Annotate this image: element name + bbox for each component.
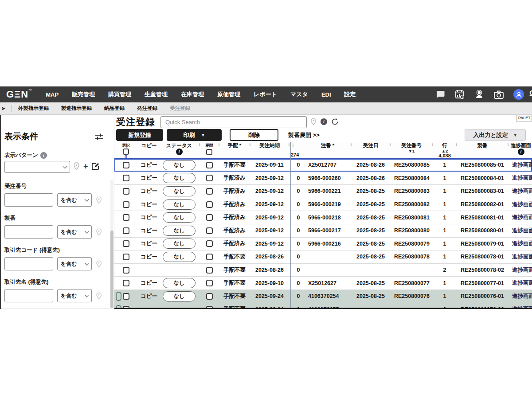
pin-icon[interactable] — [310, 118, 317, 125]
top-menu-item[interactable]: MAP — [46, 91, 59, 98]
table-row[interactable]: コピー なし 手配済み 2025-09-12 0 5966-000216 — [114, 238, 532, 251]
table-row[interactable]: コピー なし 手配不要 2025-09-10 0 X25012627 — [114, 277, 532, 290]
new-record-button[interactable]: 新規登録 — [116, 129, 163, 141]
progress-screen-link[interactable]: 進捗画面 — [512, 227, 532, 235]
subnav-item[interactable]: 発注登録 — [137, 105, 157, 112]
sidebar-scrollbar[interactable] — [110, 180, 113, 308]
pin-icon[interactable] — [96, 196, 102, 204]
top-menu-item[interactable]: 原価管理 — [217, 90, 240, 98]
expand-checkbox[interactable] — [206, 240, 213, 247]
calendar-icon[interactable] — [455, 90, 465, 99]
top-menu-item[interactable]: 在庫管理 — [181, 90, 204, 98]
subnav-item[interactable]: 製造指示登録 — [61, 105, 92, 112]
progress-screen-link[interactable]: 進捗画面 — [512, 253, 532, 261]
palette-tab[interactable]: PALET — [516, 115, 532, 121]
info-icon[interactable]: i — [321, 118, 327, 125]
status-pill[interactable]: なし — [163, 226, 196, 236]
column-grip-icon[interactable]: ⋮ — [291, 143, 295, 148]
status-pill[interactable]: なし — [163, 160, 196, 170]
match-select[interactable]: を含む — [57, 193, 92, 207]
expand-checkbox[interactable] — [206, 267, 213, 274]
pin-icon[interactable] — [73, 162, 80, 170]
table-row[interactable]: コピー なし 手配不要 2025-08-26 0 — [114, 250, 532, 264]
info-icon[interactable]: i — [518, 149, 524, 155]
copy-link[interactable]: コピー — [141, 201, 157, 208]
row-group-grip[interactable] — [116, 292, 121, 301]
row-checkbox[interactable] — [123, 201, 129, 208]
row-checkbox[interactable] — [123, 240, 129, 247]
row-checkbox[interactable] — [123, 267, 129, 274]
filter-input[interactable] — [4, 225, 53, 239]
seiban-expand-link[interactable]: 製番展開 >> — [288, 131, 320, 139]
pin-icon[interactable] — [96, 228, 102, 236]
row-checkbox[interactable] — [123, 280, 129, 286]
copy-link[interactable]: コピー — [141, 279, 157, 287]
expand-checkbox[interactable] — [206, 188, 213, 195]
select-all-checkbox[interactable] — [123, 149, 129, 155]
tune-filter-icon[interactable] — [95, 133, 103, 141]
chat-icon[interactable] — [435, 90, 445, 99]
subnav-item[interactable]: 外製指示登録 — [18, 105, 49, 112]
delete-button[interactable]: 削除 — [230, 129, 278, 141]
table-row[interactable]: 手配不要 2025-08-26 0 2 — [114, 264, 532, 277]
row-checkbox[interactable] — [123, 214, 129, 221]
progress-screen-link[interactable]: 進捗画面 — [512, 188, 532, 195]
copy-link[interactable]: コピー — [141, 293, 157, 300]
filter-input[interactable] — [4, 257, 53, 270]
info-icon[interactable]: i — [40, 152, 47, 159]
progress-screen-link[interactable]: 進捗画面 — [512, 214, 532, 221]
progress-screen-link[interactable]: 進捗画面 — [512, 174, 532, 182]
status-pill[interactable]: なし — [163, 239, 196, 249]
top-menu-item[interactable]: マスタ — [290, 90, 308, 98]
top-menu-item[interactable]: 設定 — [344, 90, 356, 98]
status-pill[interactable]: なし — [163, 173, 196, 183]
account-avatar-icon[interactable] — [513, 89, 524, 100]
status-pill[interactable]: なし — [163, 186, 196, 196]
match-select[interactable]: を含む — [57, 225, 92, 239]
table-row[interactable]: コピー なし 手配済み 2025-09-12 0 5966-000217 — [114, 224, 532, 238]
row-checkbox[interactable] — [123, 227, 129, 234]
top-menu-item[interactable]: 販売管理 — [72, 90, 95, 98]
print-button[interactable]: 印刷▼ — [167, 129, 222, 141]
copy-link[interactable]: コピー — [141, 253, 157, 261]
pin-icon[interactable] — [96, 292, 102, 300]
filter-input[interactable] — [4, 193, 53, 207]
expand-checkbox[interactable] — [206, 293, 213, 300]
copy-link[interactable]: コピー — [141, 188, 157, 195]
progress-screen-link[interactable]: 進捗画面 — [512, 161, 532, 169]
table-row[interactable]: コピー なし 手配済み 2025-09-12 0 5966-000221 — [114, 185, 532, 198]
subnav-item[interactable]: 受注登録 — [170, 105, 190, 112]
top-menu-item[interactable]: 生産管理 — [145, 90, 168, 98]
status-pill[interactable]: なし — [163, 212, 196, 223]
progress-screen-link[interactable]: 進捗画面 — [512, 240, 532, 247]
progress-screen-link[interactable]: 進捗画面 — [512, 201, 532, 208]
expand-checkbox[interactable] — [206, 201, 213, 208]
status-pill[interactable]: なし — [163, 291, 196, 301]
gen-logo[interactable]: GΞN™ — [6, 89, 32, 100]
match-select[interactable]: を含む — [57, 289, 92, 302]
copy-link[interactable]: コピー — [141, 227, 157, 235]
plus-icon[interactable]: + — [83, 162, 88, 170]
top-menu-item[interactable]: レポート — [254, 90, 277, 98]
table-row[interactable]: コピー なし 手配済み 2025-09-12 0 5966-000219 — [114, 198, 532, 211]
sort-desc-badge[interactable]: ▼1 — [408, 149, 415, 153]
top-menu-item[interactable]: 購買管理 — [108, 90, 131, 98]
row-checkbox[interactable] — [123, 293, 129, 300]
camera-icon[interactable] — [494, 90, 504, 99]
copy-link[interactable]: コピー — [141, 161, 157, 169]
table-row[interactable]: コピー なし 手配不要 2025-09-11 0 X25012707 — [114, 159, 532, 172]
progress-screen-link[interactable]: 進捗画面 — [512, 266, 532, 274]
status-pill[interactable]: なし — [163, 278, 196, 288]
pin-icon[interactable] — [96, 260, 102, 268]
expand-checkbox[interactable] — [206, 214, 213, 221]
copy-link[interactable]: コピー — [141, 214, 157, 221]
expand-checkbox[interactable] — [206, 175, 213, 181]
edit-icon[interactable] — [92, 162, 100, 170]
filter-input[interactable] — [4, 289, 53, 302]
row-checkbox[interactable] — [123, 175, 129, 181]
expand-checkbox[interactable] — [206, 280, 213, 286]
info-icon[interactable]: i — [176, 149, 183, 155]
io-settings-button[interactable]: 入出力と設定▼ — [465, 129, 526, 141]
expand-checkbox[interactable] — [206, 227, 213, 234]
subnav-item[interactable]: 納品登録 — [104, 105, 125, 112]
